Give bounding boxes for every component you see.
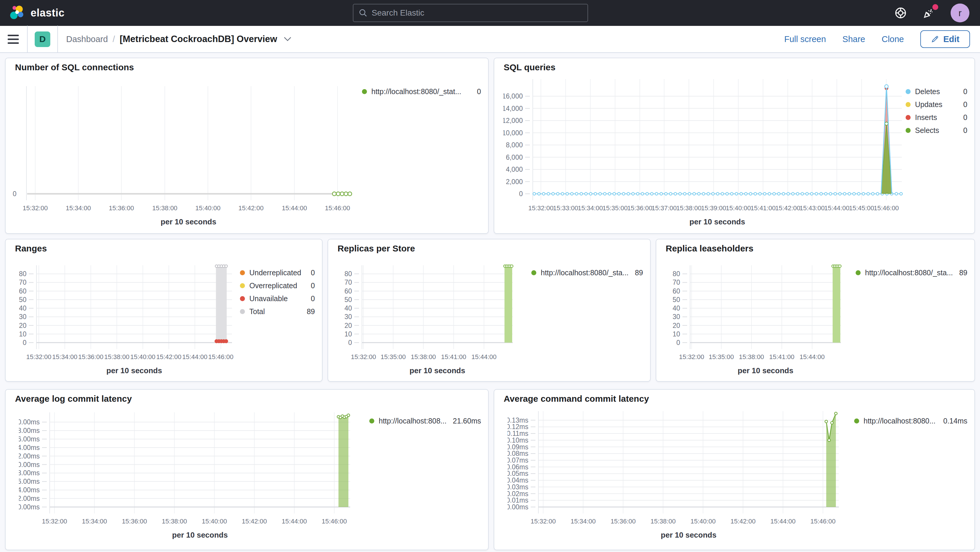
legend-item[interactable]: http://localhost:8080/_stat...0	[362, 87, 481, 95]
svg-text:15:33:00: 15:33:00	[553, 204, 578, 212]
panel-average-command-commit-latency: Average command commit latency 0.00ms0.0…	[494, 389, 975, 550]
svg-text:0.03ms: 0.03ms	[508, 483, 528, 491]
svg-text:15:40:00: 15:40:00	[202, 518, 227, 525]
chevron-down-icon[interactable]	[284, 37, 291, 41]
svg-text:4,000: 4,000	[506, 165, 523, 173]
legend-item[interactable]: Inserts0	[905, 113, 967, 121]
legend-item[interactable]: Unavailable0	[240, 294, 315, 302]
full-screen-button[interactable]: Full screen	[784, 34, 826, 44]
legend-value: 0	[957, 113, 967, 122]
legend-item[interactable]: http://localhost:8080/_sta...89	[531, 269, 643, 277]
svg-text:15:36:00: 15:36:00	[78, 353, 103, 361]
svg-text:0.08ms: 0.08ms	[508, 450, 528, 457]
svg-text:10,000: 10,000	[503, 129, 523, 137]
svg-text:per 10 seconds: per 10 seconds	[172, 531, 228, 539]
svg-text:15:40:00: 15:40:00	[130, 353, 156, 361]
svg-text:0.01ms: 0.01ms	[508, 496, 528, 504]
svg-text:15:40:00: 15:40:00	[725, 204, 751, 212]
divider	[57, 25, 58, 52]
newsfeed-icon[interactable]	[923, 6, 935, 19]
avatar-initial: r	[959, 8, 962, 19]
pencil-icon	[931, 35, 939, 43]
space-badge[interactable]: D	[35, 32, 50, 47]
legend-label: Inserts	[915, 113, 937, 122]
svg-text:15:38:00: 15:38:00	[411, 353, 436, 361]
svg-text:15:32:00: 15:32:00	[531, 518, 556, 525]
svg-text:70: 70	[673, 278, 680, 286]
chart-avg-log-commit-latency: 0.00ms2.00ms4.00ms6.00ms8.00ms10.00ms12.…	[19, 408, 355, 543]
user-avatar[interactable]: r	[951, 3, 969, 22]
legend-item[interactable]: http://localhost:8080...0.14ms	[854, 417, 967, 425]
legend-item[interactable]: Underreplicated0	[240, 269, 315, 277]
svg-text:4.00ms: 4.00ms	[19, 486, 40, 494]
breadcrumb-separator: /	[113, 34, 115, 44]
chart-canvas: 0102030405060708015:32:0015:34:0015:36:0…	[19, 261, 237, 377]
legend-item[interactable]: Selects0	[905, 126, 967, 134]
logo-area: elastic	[0, 5, 353, 21]
life-ring-icon	[894, 6, 907, 19]
svg-text:per 10 seconds: per 10 seconds	[410, 366, 465, 375]
panel-number-of-sql-connections: Number of SQL connections 015:32:0015:34…	[5, 58, 489, 234]
svg-text:15:46:00: 15:46:00	[810, 518, 836, 525]
svg-text:15:34:00: 15:34:00	[82, 518, 107, 525]
notification-badge	[932, 4, 938, 10]
legend-label: Underreplicated	[249, 269, 301, 277]
svg-text:40: 40	[344, 304, 352, 312]
panel-average-log-commit-latency: Average log commit latency 0.00ms2.00ms4…	[5, 389, 489, 550]
legend-item[interactable]: http://localhost:808...21.60ms	[369, 417, 481, 425]
search-input[interactable]: Search Elastic	[353, 4, 588, 22]
header-icons: r	[894, 3, 980, 22]
svg-text:15:44:00: 15:44:00	[282, 518, 307, 525]
chart-legend: Underreplicated0Overreplicated0Unavailab…	[240, 269, 315, 320]
svg-text:15:35:00: 15:35:00	[709, 353, 734, 361]
help-icon[interactable]	[894, 6, 907, 19]
legend-item[interactable]: Deletes0	[905, 87, 967, 95]
breadcrumb-dashboard[interactable]: Dashboard	[66, 34, 108, 44]
legend-swatch	[531, 270, 536, 275]
svg-text:15:36:00: 15:36:00	[627, 204, 652, 212]
svg-text:30: 30	[19, 313, 27, 321]
legend-label: Total	[249, 307, 265, 316]
legend-value: 0	[304, 269, 315, 277]
menu-icon[interactable]	[8, 32, 19, 46]
panel-title: Replica leaseholders	[666, 243, 753, 253]
svg-text:15:38:00: 15:38:00	[162, 518, 187, 525]
svg-text:0.00ms: 0.00ms	[19, 503, 40, 511]
legend-item[interactable]: http://localhost:8080/_sta...89	[856, 269, 967, 277]
share-button[interactable]: Share	[842, 34, 865, 44]
clone-button[interactable]: Clone	[881, 34, 904, 44]
elastic-logo-icon	[9, 5, 26, 21]
edit-button-label: Edit	[943, 34, 959, 44]
legend-value: 89	[628, 269, 643, 277]
svg-text:15:32:00: 15:32:00	[679, 353, 704, 361]
page-title[interactable]: [Metricbeat CockroachDB] Overview	[120, 34, 277, 45]
legend-label: http://localhost:8080...	[864, 417, 935, 425]
svg-text:0.00ms: 0.00ms	[508, 503, 528, 511]
svg-text:15:34:00: 15:34:00	[65, 204, 91, 212]
legend-item[interactable]: Total89	[240, 307, 315, 315]
svg-text:20: 20	[19, 322, 27, 329]
svg-text:60: 60	[344, 287, 352, 295]
svg-text:15:45:00: 15:45:00	[849, 204, 874, 212]
svg-text:0.11ms: 0.11ms	[508, 430, 528, 437]
svg-text:15:41:00: 15:41:00	[769, 353, 794, 361]
chart-canvas: 02,0004,0006,0008,00010,00012,00014,0001…	[503, 75, 907, 229]
svg-text:70: 70	[344, 278, 352, 286]
legend-item[interactable]: Updates0	[905, 100, 967, 108]
legend-value: 21.60ms	[446, 417, 481, 425]
svg-text:15:44:00: 15:44:00	[799, 353, 825, 361]
chart-ranges: 0102030405060708015:32:0015:34:0015:36:0…	[19, 261, 237, 379]
svg-text:15:34:00: 15:34:00	[570, 518, 596, 525]
svg-text:40: 40	[673, 304, 680, 312]
legend-label: Overreplicated	[249, 282, 297, 290]
chart-replica-leaseholders: 0102030405060708015:32:0015:35:0015:38:0…	[673, 261, 846, 379]
svg-text:6.00ms: 6.00ms	[19, 477, 40, 485]
edit-button[interactable]: Edit	[920, 30, 970, 48]
svg-text:16.00ms: 16.00ms	[19, 435, 40, 443]
svg-text:50: 50	[19, 296, 27, 304]
legend-item[interactable]: Overreplicated0	[240, 282, 315, 290]
legend-label: http://localhost:808...	[379, 417, 446, 425]
svg-text:60: 60	[673, 287, 680, 295]
elastic-logo[interactable]	[9, 5, 26, 21]
panel-replicas-per-store: Replicas per Store 0102030405060708015:3…	[328, 239, 651, 382]
